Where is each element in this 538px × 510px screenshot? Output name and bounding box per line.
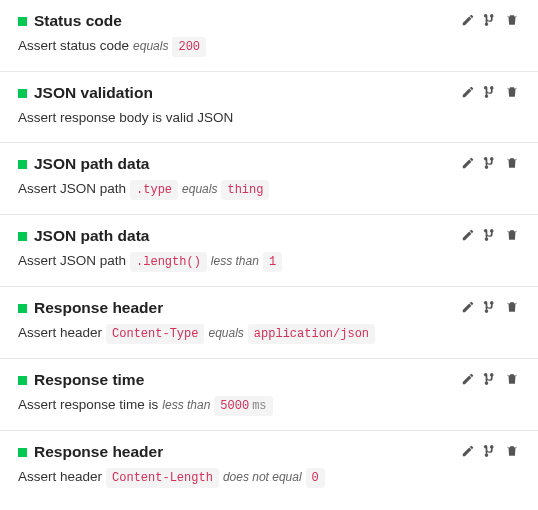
edit-icon[interactable] <box>460 443 476 459</box>
assertion-operator: less than <box>162 396 210 414</box>
branch-icon[interactable] <box>482 299 498 315</box>
assertion-title: Response time <box>34 371 144 389</box>
assertion-description: Assert headerContent-Typeequalsapplicati… <box>18 323 520 344</box>
assertion-prefix: Assert response body is valid JSON <box>18 108 233 128</box>
assertion-path: Content-Length <box>106 468 219 488</box>
branch-icon[interactable] <box>482 227 498 243</box>
edit-icon[interactable] <box>460 12 476 28</box>
assertion-item: Status codeAssert status codeequals200 <box>0 0 538 72</box>
delete-icon[interactable] <box>504 84 520 100</box>
edit-icon[interactable] <box>460 84 476 100</box>
assertion-value-text: 1 <box>269 255 276 269</box>
assertion-value: thing <box>221 180 269 200</box>
status-indicator-icon <box>18 304 27 313</box>
assertion-title: JSON path data <box>34 227 149 245</box>
assertion-item: Response timeAssert response time isless… <box>0 359 538 431</box>
assertion-description: Assert JSON path.typeequalsthing <box>18 179 520 200</box>
assertion-item: Response headerAssert headerContent-Leng… <box>0 431 538 502</box>
assertion-title: Response header <box>34 443 163 461</box>
assertion-title-row: Response time <box>18 371 520 389</box>
edit-icon[interactable] <box>460 371 476 387</box>
status-indicator-icon <box>18 160 27 169</box>
assertion-path: Content-Type <box>106 324 204 344</box>
assertion-title-row: JSON path data <box>18 227 520 245</box>
assertion-title-row: Response header <box>18 443 520 461</box>
assertion-item: Response headerAssert headerContent-Type… <box>0 287 538 359</box>
status-indicator-icon <box>18 89 27 98</box>
assertion-value: 200 <box>172 37 206 57</box>
assertion-operator: equals <box>133 37 168 55</box>
assertion-value: 1 <box>263 252 282 272</box>
branch-icon[interactable] <box>482 84 498 100</box>
assertion-value-text: thing <box>227 183 263 197</box>
assertion-prefix: Assert header <box>18 323 102 343</box>
assertion-prefix: Assert JSON path <box>18 251 126 271</box>
assertion-title-row: JSON path data <box>18 155 520 173</box>
assertion-actions <box>460 371 520 387</box>
assertion-prefix: Assert JSON path <box>18 179 126 199</box>
assertion-description: Assert response body is valid JSON <box>18 108 520 128</box>
delete-icon[interactable] <box>504 371 520 387</box>
assertion-item: JSON path dataAssert JSON path.typeequal… <box>0 143 538 215</box>
assertion-item: JSON validationAssert response body is v… <box>0 72 538 143</box>
assertion-item: JSON path dataAssert JSON path.length()l… <box>0 215 538 287</box>
branch-icon[interactable] <box>482 371 498 387</box>
assertion-operator: equals <box>182 180 217 198</box>
status-indicator-icon <box>18 17 27 26</box>
assertion-title-row: Status code <box>18 12 520 30</box>
edit-icon[interactable] <box>460 227 476 243</box>
assertion-value: 5000ms <box>214 396 272 416</box>
assertion-value-text: 5000 <box>220 399 249 413</box>
assertion-operator: does not equal <box>223 468 302 486</box>
assertion-description: Assert response time isless than5000ms <box>18 395 520 416</box>
delete-icon[interactable] <box>504 443 520 459</box>
assertion-prefix: Assert status code <box>18 36 129 56</box>
assertion-actions <box>460 12 520 28</box>
assertion-title: JSON path data <box>34 155 149 173</box>
assertion-actions <box>460 443 520 459</box>
delete-icon[interactable] <box>504 227 520 243</box>
assertion-unit: ms <box>252 399 266 413</box>
assertion-actions <box>460 227 520 243</box>
status-indicator-icon <box>18 232 27 241</box>
status-indicator-icon <box>18 376 27 385</box>
branch-icon[interactable] <box>482 155 498 171</box>
delete-icon[interactable] <box>504 12 520 28</box>
assertion-description: Assert status codeequals200 <box>18 36 520 57</box>
assertion-operator: equals <box>208 324 243 342</box>
assertion-title-row: JSON validation <box>18 84 520 102</box>
status-indicator-icon <box>18 448 27 457</box>
assertion-value: application/json <box>248 324 375 344</box>
assertion-actions <box>460 84 520 100</box>
assertion-title: Status code <box>34 12 122 30</box>
assertion-description: Assert headerContent-Lengthdoes not equa… <box>18 467 520 488</box>
edit-icon[interactable] <box>460 299 476 315</box>
branch-icon[interactable] <box>482 443 498 459</box>
assertion-prefix: Assert header <box>18 467 102 487</box>
assertion-title: JSON validation <box>34 84 153 102</box>
assertion-value-text: 200 <box>178 40 200 54</box>
assertion-value: 0 <box>306 468 325 488</box>
delete-icon[interactable] <box>504 155 520 171</box>
assertion-actions <box>460 155 520 171</box>
assertion-path: .type <box>130 180 178 200</box>
assertion-value-text: application/json <box>254 327 369 341</box>
assertion-actions <box>460 299 520 315</box>
assertion-operator: less than <box>211 252 259 270</box>
assertion-prefix: Assert response time is <box>18 395 158 415</box>
assertion-title: Response header <box>34 299 163 317</box>
assertion-title-row: Response header <box>18 299 520 317</box>
delete-icon[interactable] <box>504 299 520 315</box>
branch-icon[interactable] <box>482 12 498 28</box>
edit-icon[interactable] <box>460 155 476 171</box>
assertion-value-text: 0 <box>312 471 319 485</box>
assertion-description: Assert JSON path.length()less than1 <box>18 251 520 272</box>
assertion-path: .length() <box>130 252 207 272</box>
